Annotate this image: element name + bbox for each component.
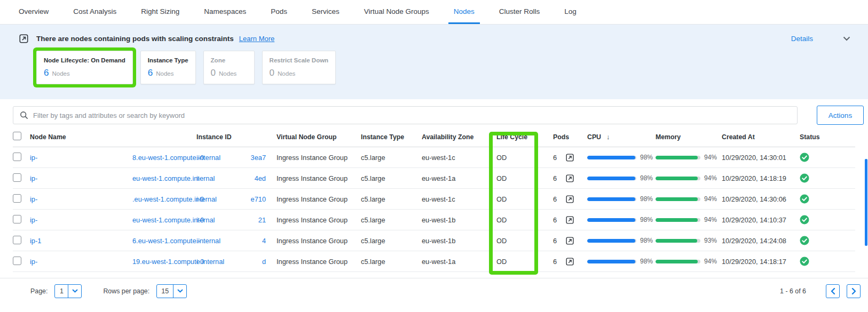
column-header-cpu[interactable]: CPU↓ <box>587 133 656 141</box>
memory-bar <box>656 156 700 159</box>
details-link[interactable]: Details <box>791 35 813 43</box>
life-cycle-cell: OD <box>492 174 546 182</box>
sort-desc-icon[interactable]: ↓ <box>606 133 610 141</box>
card-unit: Nodes <box>219 70 236 77</box>
tab-namespaces[interactable]: Namespaces <box>199 0 251 24</box>
tab-nodes[interactable]: Nodes <box>448 0 480 24</box>
instance-id-link[interactable]: i-0 <box>196 195 204 203</box>
tab-pods[interactable]: Pods <box>265 0 293 24</box>
instance-id-link[interactable]: i-0 <box>196 258 204 266</box>
column-header-instance-type[interactable]: Instance Type <box>361 133 422 141</box>
memory-cell: 94% <box>656 216 722 223</box>
cpu-bar <box>587 156 636 159</box>
instance-id-cell: i-0 21 <box>196 216 277 224</box>
prev-page-button[interactable] <box>826 284 840 298</box>
learn-more-link[interactable]: Learn More <box>239 35 274 43</box>
filter-cards: Node Lifecycle: On Demand 6Nodes Instanc… <box>36 51 868 84</box>
card-title: Restrict Scale Down <box>270 57 329 63</box>
cpu-cell: 98% <box>587 174 656 182</box>
availability-zone-cell: eu-west-1c <box>422 154 492 162</box>
column-header-instance-id[interactable]: Instance ID <box>196 133 277 141</box>
tab-right-sizing[interactable]: Right Sizing <box>136 0 185 24</box>
filter-card-restrict-scale-down[interactable]: Restrict Scale Down 0Nodes <box>262 51 336 84</box>
row-checkbox[interactable] <box>13 257 21 265</box>
column-header-status[interactable]: Status <box>795 133 855 141</box>
node-name-link[interactable]: ip-1 <box>30 237 132 245</box>
instance-id-link[interactable]: e710 <box>251 195 266 203</box>
node-name-cell: ip- .eu-west-1.compute.internal <box>30 195 196 203</box>
memory-cell: 93% <box>656 237 722 244</box>
node-name-link[interactable]: ip- <box>30 174 132 182</box>
instance-id-cell: i-0 3ea7 <box>196 154 277 162</box>
tab-cluster-rolls[interactable]: Cluster Rolls <box>494 0 546 24</box>
tab-log[interactable]: Log <box>559 0 582 24</box>
filter-card-zone[interactable]: Zone 0Nodes <box>203 51 255 84</box>
pods-count: 6 <box>553 237 557 245</box>
node-name-link[interactable]: ip- <box>30 154 132 162</box>
column-header-virtual-node-group[interactable]: Virtual Node Group <box>277 133 361 141</box>
node-name-link[interactable]: ip- <box>30 216 132 224</box>
node-name-link[interactable]: ip- <box>30 195 132 203</box>
memory-bar <box>656 197 700 201</box>
page-select[interactable]: 1 <box>54 284 82 298</box>
status-ok-icon <box>800 257 809 266</box>
column-header-pods[interactable]: Pods <box>546 133 587 141</box>
instance-id-link[interactable]: 4ed <box>255 174 266 182</box>
search-bar <box>13 106 798 124</box>
virtual-node-group-cell: Ingress Instance Group <box>277 237 361 245</box>
chevron-down-icon <box>173 285 186 298</box>
external-link-icon[interactable] <box>566 154 574 162</box>
external-link-icon[interactable] <box>566 174 574 182</box>
row-checkbox[interactable] <box>13 215 21 223</box>
table-footer: Page: 1 Rows per page: 15 1 - 6 of 6 <box>0 278 868 303</box>
instance-id-link[interactable]: 3ea7 <box>251 154 266 162</box>
memory-percent: 94% <box>704 216 717 223</box>
external-link-icon[interactable] <box>566 195 574 203</box>
column-header-availability-zone[interactable]: Availability Zone <box>422 133 492 141</box>
select-all-checkbox[interactable] <box>13 132 21 140</box>
availability-zone-cell: eu-west-1a <box>422 258 492 266</box>
instance-id-link[interactable]: 21 <box>258 216 266 224</box>
external-link-icon[interactable] <box>566 258 574 266</box>
instance-id-link[interactable]: i-0 <box>196 154 204 162</box>
external-link-icon[interactable] <box>566 237 574 245</box>
rows-per-page-select[interactable]: 15 <box>156 284 187 298</box>
instance-id-cell: i-0 e710 <box>196 195 277 203</box>
next-page-button[interactable] <box>847 284 861 298</box>
cpu-bar <box>587 177 636 180</box>
status-cell <box>795 257 855 266</box>
row-checkbox[interactable] <box>13 194 21 203</box>
search-input[interactable] <box>33 111 797 119</box>
column-header-node-name[interactable]: Node Name <box>30 133 196 141</box>
row-checkbox[interactable] <box>13 236 21 244</box>
card-count: 0 <box>211 68 216 78</box>
instance-id-link[interactable]: i-0 <box>196 216 204 224</box>
card-count: 6 <box>44 68 49 78</box>
filter-card-node-lifecycle-on-demand-annotated[interactable]: Node Lifecycle: On Demand 6Nodes <box>36 51 133 84</box>
actions-button[interactable]: Actions <box>817 106 864 125</box>
external-link-icon[interactable] <box>566 216 574 224</box>
scaling-constraints-banner: There are nodes containing pods with sca… <box>0 25 868 99</box>
status-ok-icon <box>800 215 809 225</box>
column-header-memory[interactable]: Memory <box>656 133 722 141</box>
tab-services[interactable]: Services <box>306 0 345 24</box>
tab-virtual-node-groups[interactable]: Virtual Node Groups <box>359 0 435 24</box>
pods-cell: 6 <box>546 258 587 266</box>
instance-id-link[interactable]: d <box>262 258 266 266</box>
tab-overview[interactable]: Overview <box>13 0 54 24</box>
node-name-link[interactable]: ip- <box>30 258 132 266</box>
created-at-cell: 10/29/2020, 14:18:19 <box>722 174 795 182</box>
column-header-life-cycle[interactable]: Life Cycle <box>492 133 546 141</box>
filter-card-instance-type[interactable]: Instance Type 6Nodes <box>140 51 196 84</box>
vertical-scrollbar[interactable] <box>865 159 867 246</box>
row-checkbox[interactable] <box>13 153 21 161</box>
pods-count: 6 <box>553 258 557 266</box>
instance-id-link[interactable]: i- <box>196 174 200 182</box>
chevron-down-icon[interactable] <box>843 36 850 41</box>
card-unit: Nodes <box>156 70 173 77</box>
row-checkbox[interactable] <box>13 173 21 182</box>
instance-id-link[interactable]: 4 <box>262 237 266 245</box>
instance-id-link[interactable]: i- <box>196 237 200 245</box>
tab-cost-analysis[interactable]: Cost Analysis <box>68 0 122 24</box>
column-header-created-at[interactable]: Created At <box>722 133 795 141</box>
